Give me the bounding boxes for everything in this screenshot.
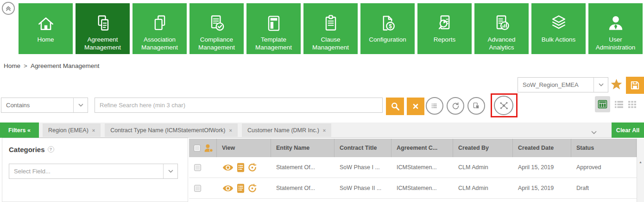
nav-tile-label: Home bbox=[20, 36, 72, 43]
select-field-placeholder: Select Field... bbox=[9, 168, 163, 175]
row-checkbox[interactable] bbox=[194, 164, 201, 171]
nav-tile-association-management[interactable]: Association Management bbox=[133, 3, 187, 54]
agreements-table: View Entity Name Contract Title Agreemen… bbox=[189, 139, 637, 199]
column-header-status[interactable]: Status bbox=[571, 139, 637, 157]
select-all-checkbox[interactable] bbox=[194, 145, 201, 152]
network-map-icon bbox=[498, 99, 510, 112]
column-header-entity-name[interactable]: Entity Name bbox=[271, 139, 335, 157]
nav-tile-label: Clause Management bbox=[305, 36, 357, 51]
search-icon bbox=[391, 102, 400, 111]
table-scrollbar[interactable]: ▲ bbox=[637, 139, 644, 202]
user-person-icon bbox=[606, 3, 626, 34]
nav-tile-label: Configuration bbox=[362, 36, 414, 43]
reports-magnifier-doc-icon bbox=[435, 3, 455, 34]
nav-tile-home[interactable]: Home bbox=[19, 3, 73, 54]
table-row: Statement Of... SoW Phase II ... ICMStat… bbox=[189, 178, 637, 199]
document-details-icon[interactable] bbox=[237, 163, 245, 172]
select-field-dropdown[interactable]: Select Field... bbox=[9, 164, 178, 179]
cell-entity-name: Statement Of... bbox=[271, 164, 335, 171]
cell-created-by: CLM Admin bbox=[453, 185, 513, 191]
filter-bar: Filters « Region (EMEA) × Contract Type … bbox=[0, 122, 644, 138]
column-header-agreement-code[interactable]: Agreement C... bbox=[391, 139, 453, 157]
cell-created-by: CLM Admin bbox=[453, 164, 513, 171]
nav-tile-reports[interactable]: Reports bbox=[417, 3, 472, 54]
breadcrumb: Home>Agreement Management bbox=[4, 62, 100, 69]
cell-agreement-code: ICMStatemen... bbox=[391, 164, 453, 171]
document-details-icon[interactable] bbox=[237, 184, 245, 193]
nav-tile-clause-management[interactable]: Clause Management bbox=[303, 3, 358, 54]
chips-collapse-chevron-icon[interactable] bbox=[591, 128, 597, 136]
network-map-button[interactable] bbox=[494, 96, 513, 115]
cell-status: Approved bbox=[571, 164, 637, 171]
saved-search-value: SoW_Region_EMEA bbox=[518, 81, 593, 88]
column-header-contract-title[interactable]: Contract Title bbox=[335, 139, 391, 157]
cell-entity-name: Statement Of... bbox=[271, 185, 335, 191]
filter-chip-label: Region (EMEA) bbox=[48, 127, 88, 134]
list-view-toggle[interactable] bbox=[614, 100, 624, 109]
column-header-view[interactable]: View bbox=[217, 139, 271, 157]
table-view-icon bbox=[598, 100, 607, 109]
export-document-button[interactable] bbox=[467, 97, 485, 115]
chip-close-icon[interactable]: × bbox=[92, 128, 95, 133]
configuration-dollar-doc-icon: $ bbox=[378, 3, 398, 34]
bulk-layers-icon bbox=[549, 3, 569, 34]
view-eye-icon[interactable] bbox=[222, 184, 234, 193]
favorite-star-button[interactable] bbox=[610, 78, 623, 91]
filters-toggle-button[interactable]: Filters « bbox=[0, 122, 39, 138]
select-all-header bbox=[189, 139, 217, 157]
nav-tile-compliance-management[interactable]: Compliance Management bbox=[189, 3, 244, 54]
clear-all-filters-button[interactable]: Clear All bbox=[612, 122, 644, 138]
chip-close-icon[interactable]: × bbox=[229, 128, 232, 133]
clause-clipboard-icon bbox=[321, 3, 341, 34]
card-view-icon bbox=[628, 100, 637, 109]
breadcrumb-current: Agreement Management bbox=[31, 62, 100, 69]
column-header-created-by[interactable]: Created By bbox=[453, 139, 513, 157]
saved-views-list-button[interactable] bbox=[426, 97, 443, 115]
nav-tile-agreement-management[interactable]: Agreement Management bbox=[76, 3, 130, 54]
view-eye-icon[interactable] bbox=[222, 163, 234, 172]
filter-chip-contract-type[interactable]: Contract Type Name (ICMStatementOfWork) … bbox=[105, 123, 238, 137]
scroll-up-arrow[interactable]: ▲ bbox=[637, 160, 644, 165]
column-header-created-date[interactable]: Created Date bbox=[513, 139, 571, 157]
row-select-cell bbox=[189, 164, 217, 171]
categories-title: Categories bbox=[9, 146, 45, 153]
nav-tile-label: Association Management bbox=[134, 36, 186, 51]
history-icon[interactable] bbox=[247, 163, 257, 172]
save-search-button[interactable] bbox=[626, 77, 644, 94]
nav-tile-bulk-actions[interactable]: Bulk Actions bbox=[531, 3, 586, 54]
refresh-button[interactable] bbox=[447, 97, 464, 115]
association-docs-icon bbox=[150, 3, 170, 34]
nav-tile-configuration[interactable]: $ Configuration bbox=[360, 3, 415, 54]
chip-close-icon[interactable]: × bbox=[323, 128, 326, 133]
nav-tile-user-administration[interactable]: User Administration bbox=[588, 3, 643, 54]
filter-chip-region[interactable]: Region (EMEA) × bbox=[43, 123, 101, 137]
save-disk-icon bbox=[630, 80, 640, 91]
breadcrumb-home[interactable]: Home bbox=[4, 62, 20, 69]
search-operator-select[interactable]: Contains bbox=[1, 98, 88, 113]
compliance-check-icon bbox=[207, 3, 227, 34]
close-x-icon bbox=[412, 103, 419, 110]
nav-tile-advanced-analytics[interactable]: Advanced Analytics bbox=[474, 3, 529, 54]
row-checkbox[interactable] bbox=[194, 185, 201, 192]
search-button[interactable] bbox=[386, 98, 404, 115]
history-icon[interactable] bbox=[247, 184, 257, 193]
chevron-down-icon bbox=[593, 78, 608, 92]
collapse-nav-button[interactable] bbox=[2, 2, 15, 15]
nav-tile-label: Bulk Actions bbox=[533, 36, 585, 43]
nav-tile-label: Reports bbox=[419, 36, 471, 43]
filter-chip-customer[interactable]: Customer Name (DMR Inc.) × bbox=[242, 123, 331, 137]
assigned-user-icon[interactable] bbox=[204, 144, 214, 153]
nav-tile-template-management[interactable]: Template Management bbox=[246, 3, 301, 54]
help-icon[interactable]: ? bbox=[48, 146, 54, 153]
clear-search-button[interactable] bbox=[407, 98, 424, 115]
row-actions-cell bbox=[217, 184, 271, 193]
cell-created-date: April 15, 2019 bbox=[513, 185, 571, 191]
table-view-toggle[interactable] bbox=[595, 96, 610, 112]
refresh-icon bbox=[450, 100, 461, 111]
filter-chip-label: Customer Name (DMR Inc.) bbox=[247, 127, 319, 134]
saved-search-select[interactable]: SoW_Region_EMEA bbox=[518, 77, 608, 92]
refine-search-input[interactable] bbox=[95, 98, 383, 113]
card-view-toggle[interactable] bbox=[628, 100, 637, 109]
list-view-icon bbox=[614, 100, 624, 109]
svg-text:$: $ bbox=[389, 23, 392, 30]
